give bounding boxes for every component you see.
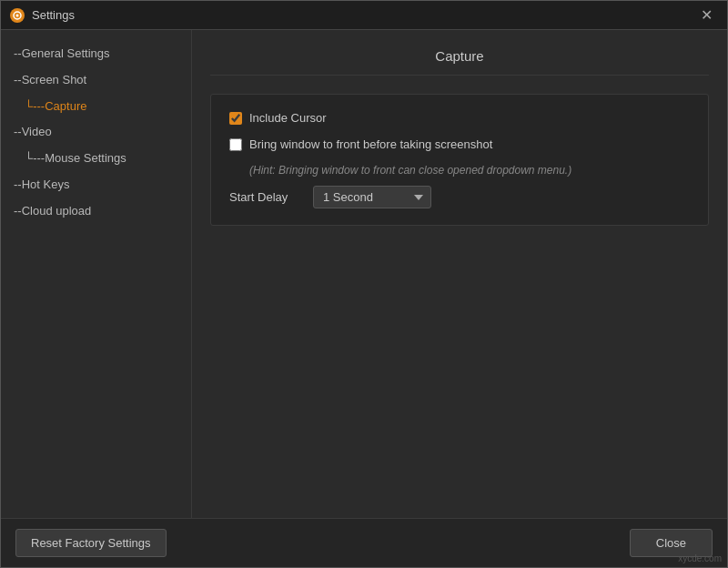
sidebar-item-video[interactable]: --Video — [8, 119, 184, 146]
include-cursor-checkbox[interactable] — [229, 112, 242, 125]
hint-text: (Hint: Bringing window to front can clos… — [249, 164, 690, 177]
sidebar-item-screen-shot[interactable]: --Screen Shot — [8, 67, 184, 94]
sidebar-item-general-settings[interactable]: --General Settings — [8, 41, 184, 67]
title-bar-left: Settings — [10, 8, 75, 23]
watermark: xycde.com — [678, 553, 722, 563]
main-content: --General Settings --Screen Shot └---Cap… — [1, 30, 727, 518]
sidebar: --General Settings --Screen Shot └---Cap… — [1, 30, 192, 518]
include-cursor-row: Include Cursor — [229, 111, 690, 125]
app-icon — [10, 8, 25, 23]
start-delay-select[interactable]: 1 Second 2 Seconds 3 Seconds 5 Seconds 1… — [313, 186, 431, 208]
bring-window-checkbox[interactable] — [229, 138, 242, 151]
bring-window-label[interactable]: Bring window to front before taking scre… — [229, 137, 492, 151]
include-cursor-label[interactable]: Include Cursor — [229, 111, 327, 125]
svg-point-1 — [16, 14, 19, 16]
window-close-button[interactable]: ✕ — [695, 6, 718, 25]
title-bar: Settings ✕ — [1, 1, 727, 30]
sidebar-item-capture[interactable]: └---Capture — [8, 94, 184, 120]
start-delay-label: Start Delay — [229, 190, 302, 204]
start-delay-row: Start Delay 1 Second 2 Seconds 3 Seconds… — [229, 186, 690, 208]
bring-window-text: Bring window to front before taking scre… — [249, 137, 492, 151]
content-area: Capture Include Cursor Bring window to f… — [192, 30, 727, 518]
include-cursor-text: Include Cursor — [249, 111, 327, 125]
bring-window-row: Bring window to front before taking scre… — [229, 137, 690, 151]
settings-panel: Include Cursor Bring window to front bef… — [210, 94, 709, 226]
sidebar-item-hot-keys[interactable]: --Hot Keys — [8, 172, 184, 198]
panel-title: Capture — [210, 48, 709, 76]
reset-factory-settings-button[interactable]: Reset Factory Settings — [15, 529, 167, 557]
sidebar-item-cloud-upload[interactable]: --Cloud upload — [8, 198, 184, 225]
sidebar-item-mouse-settings[interactable]: └---Mouse Settings — [8, 146, 184, 172]
footer: Reset Factory Settings Close — [1, 518, 727, 567]
settings-window: Settings ✕ --General Settings --Screen S… — [0, 0, 728, 568]
window-title: Settings — [32, 8, 75, 22]
